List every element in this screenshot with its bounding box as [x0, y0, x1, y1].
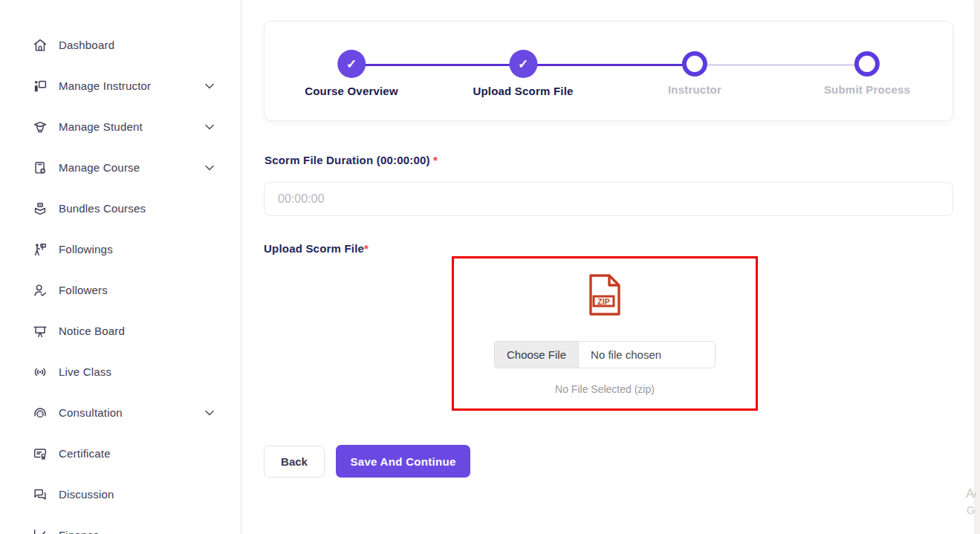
sidebar-item-bundles-courses[interactable]: Bundles Courses: [0, 188, 241, 229]
scorm-duration-input[interactable]: [264, 182, 953, 216]
upload-field-label: Upload Scorm File*: [264, 242, 369, 255]
chevron-down-icon: [205, 83, 214, 89]
step-completed-circle[interactable]: ✓: [509, 50, 537, 78]
required-marker: *: [433, 154, 438, 166]
instructor-icon: [31, 77, 49, 95]
step-label: Submit Process: [824, 83, 910, 96]
finance-icon: [31, 527, 49, 534]
sidebar-item-manage-instructor[interactable]: Manage Instructor: [0, 65, 241, 106]
sidebar-item-label: Manage Course: [59, 161, 140, 174]
sidebar-item-label: Followings: [59, 243, 113, 255]
zip-file-icon: ZIP: [588, 273, 621, 319]
chevron-down-icon: [205, 165, 214, 171]
step-upload-scorm-file: ✓ Upload Scorm File: [473, 50, 573, 97]
required-marker: *: [364, 242, 369, 255]
app-root: Dashboard Manage Instructor Manage: [0, 0, 980, 534]
bundles-icon: [31, 200, 49, 218]
step-label: Upload Scorm File: [473, 85, 573, 97]
check-icon: ✓: [518, 58, 528, 71]
sidebar-item-label: Notice Board: [59, 325, 125, 337]
sidebar-item-followers[interactable]: Followers: [0, 270, 241, 310]
sidebar: Dashboard Manage Instructor Manage: [0, 0, 241, 534]
save-and-continue-button[interactable]: Save And Continue: [336, 445, 470, 478]
sidebar-item-notice-board[interactable]: Notice Board: [0, 310, 241, 351]
sidebar-item-dashboard[interactable]: Dashboard: [0, 25, 241, 65]
sidebar-item-live-class[interactable]: Live Class: [0, 351, 241, 392]
step-instructor: Instructor: [668, 50, 721, 96]
step-label: Course Overview: [305, 85, 398, 97]
course-icon: [31, 159, 49, 177]
back-button[interactable]: Back: [264, 446, 325, 478]
step-pending-circle[interactable]: [682, 51, 707, 76]
sidebar-item-label: Discussion: [59, 488, 114, 501]
sidebar-item-manage-student[interactable]: Manage Student: [0, 106, 241, 147]
sidebar-item-label: Followers: [59, 284, 108, 296]
choose-file-button[interactable]: Choose File: [495, 342, 579, 368]
no-file-selected-text: No File Selected (zip): [555, 383, 655, 395]
svg-text:ZIP: ZIP: [597, 297, 609, 306]
background-window-edge: [976, 0, 980, 534]
duration-field-label: Scorm File Duration (00:00:00) *: [265, 154, 438, 166]
step-label: Instructor: [668, 83, 721, 96]
sidebar-item-certificate[interactable]: Certificate: [0, 433, 241, 474]
file-chosen-status: No file chosen: [579, 342, 661, 368]
sidebar-item-label: Manage Student: [59, 120, 143, 133]
followers-icon: [31, 281, 49, 299]
sidebar-item-label: Dashboard: [59, 39, 114, 51]
sidebar-item-discussion[interactable]: Discussion: [0, 474, 241, 515]
sidebar-item-followings[interactable]: Followings: [0, 229, 241, 270]
scorm-upload-dropzone[interactable]: ZIP Choose File No file chosen No File S…: [452, 256, 758, 411]
sidebar-item-label: Certificate: [59, 447, 111, 460]
live-class-icon: [31, 363, 49, 381]
home-icon: [31, 36, 49, 54]
step-course-overview: ✓ Course Overview: [305, 50, 398, 97]
sidebar-item-label: Manage Instructor: [59, 79, 151, 92]
sidebar-item-label: Consultation: [59, 406, 123, 419]
sidebar-item-consultation[interactable]: Consultation: [0, 392, 241, 433]
step-completed-circle[interactable]: ✓: [337, 50, 366, 78]
notice-board-icon: [31, 322, 49, 340]
followings-icon: [31, 241, 49, 258]
consultation-icon: [31, 404, 49, 422]
student-icon: [31, 118, 49, 136]
sidebar-item-finance[interactable]: Finance: [0, 515, 241, 534]
certificate-icon: [31, 445, 49, 463]
discussion-icon: [31, 486, 49, 504]
sidebar-item-label: Bundles Courses: [59, 202, 146, 215]
check-icon: ✓: [346, 58, 357, 71]
stepper-card: ✓ Course Overview ✓ Upload Scorm File In…: [264, 21, 953, 121]
file-input-control[interactable]: Choose File No file chosen: [494, 341, 715, 368]
chevron-down-icon: [205, 410, 214, 416]
step-submit-process: Submit Process: [824, 50, 910, 96]
step-pending-circle[interactable]: [854, 51, 880, 76]
chevron-down-icon: [205, 124, 214, 130]
sidebar-item-label: Live Class: [59, 365, 111, 378]
sidebar-item-label: Finance: [59, 529, 100, 534]
sidebar-item-manage-course[interactable]: Manage Course: [0, 147, 241, 188]
